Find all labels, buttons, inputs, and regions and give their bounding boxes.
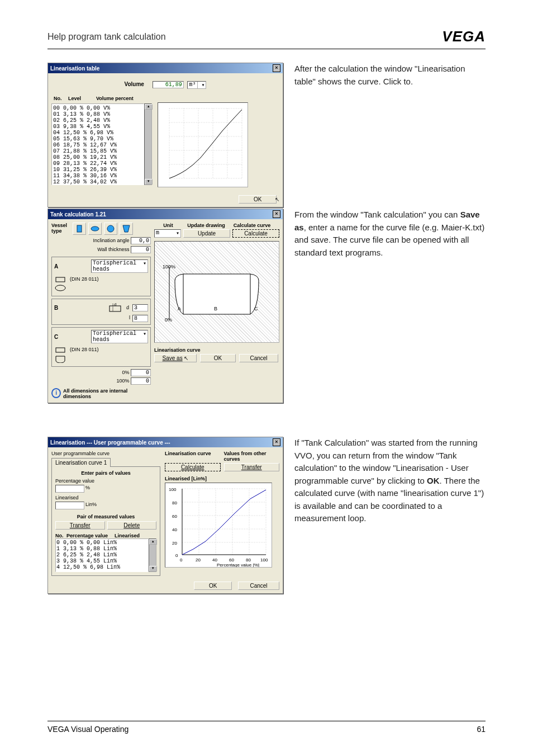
svg-text:80: 80 xyxy=(246,557,251,563)
close-icon[interactable]: × xyxy=(273,210,280,218)
cancel-button[interactable]: Cancel xyxy=(239,354,278,362)
scroll-up-icon[interactable]: ▴ xyxy=(149,539,157,545)
ok-button[interactable]: OK xyxy=(239,195,277,204)
section-c-icon xyxy=(54,345,66,354)
linearisation-curve-label: Linearisation curve xyxy=(154,347,279,353)
calculate-button[interactable]: Calculate xyxy=(165,463,221,471)
svg-text:C: C xyxy=(254,306,258,311)
linearised-unit: Lin% xyxy=(85,502,97,509)
wall-thickness-field[interactable]: 0 xyxy=(131,246,151,253)
ok-button[interactable]: OK xyxy=(200,354,236,362)
head-c-select[interactable]: Torispherical heads xyxy=(93,330,143,343)
ok-button[interactable]: OK xyxy=(194,582,232,590)
tank-drawing: 100% 0% A B C xyxy=(154,241,279,343)
linearised-chart: 100 80 60 40 20 0 0 20 40 60 xyxy=(165,483,272,568)
chart-y-label: Linearised [Lin%] xyxy=(165,476,279,481)
enter-pairs-label: Enter pairs of values xyxy=(55,470,156,476)
percentage-unit: % xyxy=(85,485,90,493)
tank-calculation-window: Tank calculation 1.21 × Vessel type xyxy=(47,209,283,403)
vessel-type-label: Vessel type xyxy=(51,223,70,234)
footer-left: VEGA Visual Operating xyxy=(47,725,129,734)
pct100-field[interactable]: 0 xyxy=(131,377,151,385)
unit-select[interactable]: m xyxy=(156,230,159,237)
col-no: No. xyxy=(55,533,66,538)
chevron-down-icon[interactable]: ▾ xyxy=(143,330,146,343)
svg-text:100: 100 xyxy=(260,557,268,563)
linearisation-user-window: Linearisation --- User programmable curv… xyxy=(47,437,283,594)
linearised-field[interactable] xyxy=(55,502,84,509)
scroll-up-icon[interactable]: ▴ xyxy=(145,104,153,110)
calculate-curve-label: Calculate curve xyxy=(230,223,274,228)
calculate-button[interactable]: Calculate xyxy=(232,229,279,238)
din-c-label: (DIN 28 011) xyxy=(70,347,99,352)
delete-button[interactable]: Delete xyxy=(107,521,157,530)
chevron-down-icon[interactable]: ▾ xyxy=(201,82,204,88)
svg-point-17 xyxy=(55,285,65,291)
col-volume-percent: Volume percent xyxy=(96,96,134,101)
cancel-button[interactable]: Cancel xyxy=(238,582,279,590)
linearisation-table-window: Linearisation table × Volume 61,89 m³ ▾ xyxy=(47,63,283,207)
window-title: Linearisation --- User programmable curv… xyxy=(50,440,170,446)
svg-marker-15 xyxy=(123,225,130,232)
wall-thickness-label: Wall thickness xyxy=(97,247,129,252)
vessel-shape-sphere[interactable] xyxy=(104,223,117,235)
unit-label: Unit xyxy=(154,223,182,228)
vega-logo: VEGA xyxy=(442,28,486,45)
page-footer: VEGA Visual Operating 61 xyxy=(47,721,486,734)
svg-rect-16 xyxy=(56,277,65,282)
values-other-curves-label: Values from other curves xyxy=(224,451,280,462)
svg-text:40: 40 xyxy=(172,527,177,532)
transfer-other-button[interactable]: Transfer xyxy=(224,463,280,471)
section-c-label: C xyxy=(54,334,58,340)
linearisation-curve-chart xyxy=(158,102,248,187)
l-label: l xyxy=(129,315,130,322)
section-b-label: B xyxy=(54,305,58,311)
svg-text:100%: 100% xyxy=(163,264,175,270)
scroll-down-icon[interactable]: ▾ xyxy=(149,566,157,571)
svg-text:60: 60 xyxy=(172,514,177,519)
chevron-down-icon[interactable]: ▾ xyxy=(143,260,146,272)
head-a-select[interactable]: Torispherical heads xyxy=(93,260,143,272)
save-as-button[interactable]: Save as ↖ xyxy=(154,354,197,362)
user-curve-group-label: User programmable curve xyxy=(51,451,160,456)
close-icon[interactable]: × xyxy=(273,64,280,72)
footer-page-number: 61 xyxy=(477,725,486,734)
inclination-angle-label: Inclination angle xyxy=(93,238,129,243)
svg-text:20: 20 xyxy=(172,541,177,546)
inclination-angle-field[interactable]: 0,0 xyxy=(131,237,151,244)
svg-text:A: A xyxy=(178,306,181,311)
update-button[interactable]: Update xyxy=(183,229,230,238)
linearisation-curve-label: Linearisation curve xyxy=(165,451,221,462)
tab-lin-curve-1[interactable]: Linearisation curve 1 xyxy=(51,458,111,467)
cursor-icon: ↖ xyxy=(184,355,188,361)
info-icon: i xyxy=(51,388,61,398)
svg-text:0%: 0% xyxy=(165,317,172,323)
d-field[interactable]: 3 xyxy=(132,304,148,311)
vessel-shape-cone[interactable] xyxy=(120,223,133,235)
din-a-label: (DIN 28 011) xyxy=(70,276,99,282)
scroll-down-icon[interactable]: ▾ xyxy=(145,179,153,185)
svg-text:Percentage value [%]: Percentage value [%] xyxy=(217,563,259,567)
header-title: Help program tank calculation xyxy=(47,32,166,42)
svg-point-14 xyxy=(107,225,114,232)
paragraph-3: If "Tank Calculation" was started from t… xyxy=(294,437,486,525)
update-drawing-label: Update drawing xyxy=(184,223,228,228)
percentage-value-label: Percentage value xyxy=(55,478,156,484)
window-title: Tank calculation 1.21 xyxy=(50,211,106,218)
chevron-down-icon[interactable]: ▾ xyxy=(176,230,179,237)
close-icon[interactable]: × xyxy=(273,438,280,446)
percentage-value-field[interactable] xyxy=(55,485,84,493)
linearised-label: Linearised xyxy=(55,495,156,500)
svg-point-13 xyxy=(91,226,99,231)
svg-text:80: 80 xyxy=(172,500,177,505)
user-rows: 0 0,00 % 0,00 Lin% 1 3,13 % 0,88 Lin% 2 … xyxy=(55,538,149,572)
vessel-shape-vertical[interactable] xyxy=(73,223,86,235)
all-dimensions-note: All dimensions are internal dimensions xyxy=(63,388,151,399)
section-a-icon xyxy=(54,275,66,284)
l-field[interactable]: 8 xyxy=(132,315,148,322)
vessel-shape-horizontal[interactable] xyxy=(88,223,102,235)
pct0-field[interactable]: 0 xyxy=(131,369,151,376)
svg-text:0: 0 xyxy=(180,557,183,563)
transfer-button[interactable]: Transfer xyxy=(55,521,105,530)
col-linearised: Linearised xyxy=(115,533,140,538)
